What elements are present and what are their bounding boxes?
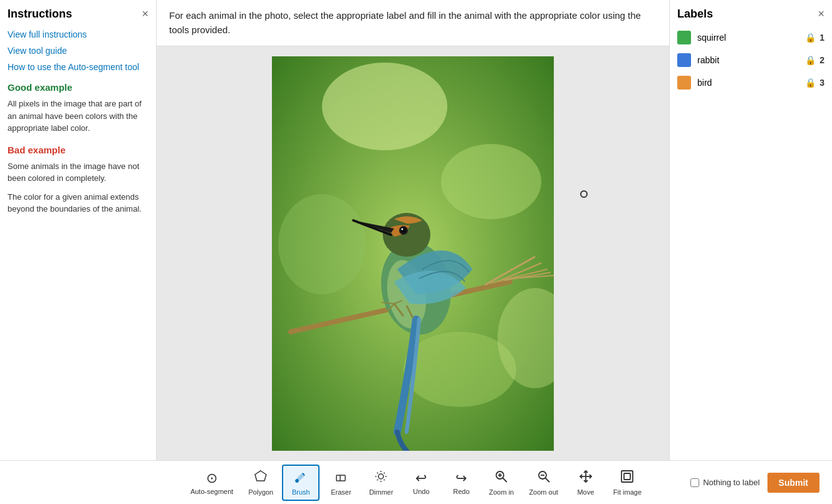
svg-point-24 [296,480,298,482]
label-item-bird[interactable]: bird 🔒 3 [677,76,824,90]
bird-color [677,76,691,90]
zoom-in-label: Zoom in [489,488,514,496]
zoom-in-icon [494,470,508,487]
labels-header: Labels × [677,8,824,21]
zoom-out-button[interactable]: Zoom out [523,466,564,500]
svg-line-32 [377,472,378,473]
polygon-label: Polygon [248,488,273,496]
polygon-icon [254,470,268,487]
instructions-sidebar: Instructions × View full instructions Vi… [0,0,157,460]
eraser-label: Eraser [331,488,351,496]
move-button[interactable]: Move [567,466,605,500]
rabbit-number: 2 [819,55,824,65]
squirrel-color [677,31,691,44]
view-tool-guide-link[interactable]: View tool guide [8,46,148,56]
brush-label: Brush [292,488,310,496]
bad-example-text2: The color for a given animal extends bey… [8,191,148,215]
annotated-image[interactable] [272,56,554,451]
zoom-out-label: Zoom out [529,488,558,496]
dimmer-button[interactable]: Dimmer [362,466,400,500]
svg-point-3 [278,194,366,294]
squirrel-label: squirrel [697,33,805,43]
labels-close-button[interactable]: × [818,8,824,21]
submit-button[interactable]: Submit [767,473,819,493]
sidebar-title: Instructions [8,8,72,21]
squirrel-number: 1 [819,33,824,43]
svg-marker-23 [255,471,266,481]
nothing-to-label-text: Nothing to label [703,478,759,487]
image-container[interactable] [157,46,669,460]
svg-point-27 [378,474,383,479]
svg-point-17 [402,228,403,230]
view-full-instructions-link[interactable]: View full instructions [8,29,148,39]
svg-point-1 [322,63,447,150]
bad-example-heading: Bad example [8,145,148,155]
brush-button[interactable]: Brush [282,465,320,501]
dimmer-icon [374,470,388,487]
zoom-out-icon [537,470,551,487]
fit-image-button[interactable]: Fit image [607,466,648,500]
bird-lock-icon: 🔒 [805,78,816,88]
fit-image-icon [620,470,634,487]
move-icon [579,470,593,487]
rabbit-color [677,53,691,67]
redo-button[interactable]: ↪ Redo [442,466,480,499]
instruction-text: For each animal in the photo, select the… [169,10,641,35]
bird-label: bird [697,78,805,88]
canvas-area: For each animal in the photo, select the… [157,0,669,460]
rabbit-lock-icon: 🔒 [805,55,816,65]
eraser-icon [334,470,348,487]
redo-label: Redo [453,488,469,495]
toolbar: ⊙ Auto-segment Polygon Brush Eraser [0,460,832,504]
auto-segment-guide-link[interactable]: How to use the Auto-segment tool [8,62,148,72]
svg-rect-46 [624,473,630,480]
svg-line-41 [545,478,549,482]
zoom-in-button[interactable]: Zoom in [482,466,520,500]
label-item-rabbit[interactable]: rabbit 🔒 2 [677,53,824,67]
brush-icon [294,470,308,487]
svg-line-33 [384,479,385,480]
squirrel-lock-icon: 🔒 [805,33,816,43]
fit-image-label: Fit image [613,488,642,496]
svg-line-35 [384,472,385,473]
auto-segment-button[interactable]: ⊙ Auto-segment [184,466,239,499]
redo-icon: ↪ [455,470,467,486]
cursor [580,190,588,198]
svg-line-34 [377,479,378,480]
bad-example-text1: Some animals in the image have not been … [8,160,148,185]
instruction-bar: For each animal in the photo, select the… [157,0,669,46]
rabbit-label: rabbit [697,55,805,65]
label-item-squirrel[interactable]: squirrel 🔒 1 [677,31,824,44]
labels-title: Labels [677,8,713,21]
good-example-heading: Good example [8,82,148,93]
nothing-to-label-container[interactable]: Nothing to label [690,478,759,487]
eraser-button[interactable]: Eraser [322,466,360,500]
toolbar-right: Nothing to label Submit [690,473,819,493]
svg-line-37 [503,478,507,482]
dimmer-label: Dimmer [369,488,393,496]
sidebar-close-button[interactable]: × [142,8,148,21]
svg-rect-25 [336,475,345,481]
svg-rect-45 [621,471,633,482]
undo-icon: ↩ [415,470,427,486]
svg-point-2 [441,144,541,219]
undo-label: Undo [413,488,429,495]
bird-number: 3 [819,78,824,88]
undo-button[interactable]: ↩ Undo [402,466,440,499]
sidebar-header: Instructions × [8,8,148,21]
move-label: Move [577,488,594,496]
auto-segment-icon: ⊙ [206,470,217,486]
labels-panel: Labels × squirrel 🔒 1 rabbit 🔒 2 bird 🔒 … [669,0,832,460]
good-example-text: All pixels in the image that are part of… [8,98,148,135]
polygon-button[interactable]: Polygon [242,466,279,500]
nothing-to-label-checkbox[interactable] [690,478,699,487]
auto-segment-label: Auto-segment [190,488,233,495]
